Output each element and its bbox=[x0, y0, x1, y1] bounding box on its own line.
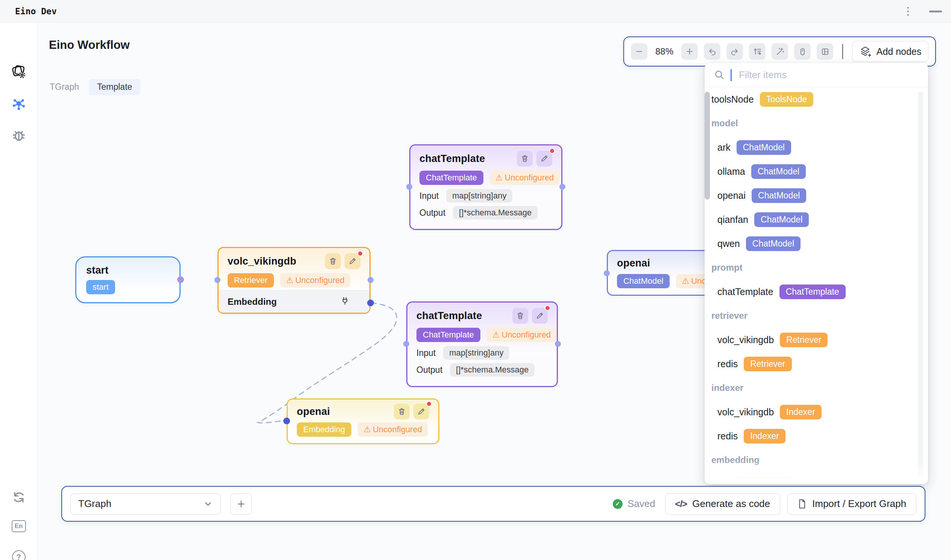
port-start-out[interactable] bbox=[177, 276, 184, 283]
left-sidebar: En ? bbox=[0, 23, 38, 560]
page-title: Eino Workflow bbox=[49, 38, 130, 52]
node-chattemplate-top[interactable]: chatTemplate ChatTemplate ⚠Unconfigured … bbox=[409, 144, 562, 230]
delete-node-button[interactable] bbox=[325, 253, 341, 269]
zoom-out-button[interactable] bbox=[631, 43, 647, 60]
list-item-ark-embedding[interactable]: ark Embedding bbox=[705, 472, 928, 484]
embedding-slot-label: Embedding bbox=[228, 297, 277, 307]
edit-node-button[interactable] bbox=[536, 151, 552, 166]
help-icon[interactable]: ? bbox=[12, 550, 26, 560]
unconfigured-dot bbox=[545, 305, 550, 311]
section-header-indexer: indexer bbox=[705, 376, 928, 400]
node-title: start bbox=[86, 265, 109, 276]
list-item-openai-chatmodel[interactable]: openai ChatModel bbox=[705, 183, 928, 208]
filter-input[interactable]: Filter items bbox=[705, 63, 928, 87]
port-chattemplate-top-out[interactable] bbox=[559, 184, 565, 190]
refresh-icon[interactable] bbox=[11, 490, 26, 505]
output-type-pill: []*schema.Message bbox=[453, 206, 537, 220]
language-icon[interactable]: En bbox=[12, 520, 26, 532]
node-openai-embedding[interactable]: openai Embedding ⚠Unconfigured bbox=[287, 398, 439, 444]
add-graph-button[interactable] bbox=[231, 494, 252, 514]
embedding-slot-row[interactable]: Embedding bbox=[219, 290, 369, 313]
zoom-level: 88% bbox=[653, 46, 675, 57]
plus-icon bbox=[236, 499, 246, 509]
port-chattemplate-middle-in[interactable] bbox=[403, 341, 409, 347]
add-nodes-label: Add nodes bbox=[877, 46, 922, 57]
saved-check-icon: ✓ bbox=[613, 499, 622, 509]
magic-wand-button[interactable] bbox=[772, 43, 788, 60]
breadcrumb-graph-name: TGraph bbox=[49, 82, 79, 92]
tab-template[interactable]: Template bbox=[89, 79, 140, 95]
list-item-toolsnode[interactable]: toolsNode ToolsNode bbox=[705, 87, 928, 111]
list-item-volc-vikingdb-indexer[interactable]: volc_vikingdb Indexer bbox=[705, 400, 928, 424]
node-start[interactable]: start start bbox=[75, 256, 181, 303]
add-nodes-button[interactable]: Add nodes bbox=[852, 41, 928, 62]
layers-plus-icon bbox=[859, 46, 871, 57]
node-title: openai bbox=[297, 406, 330, 418]
list-item-ollama-chatmodel[interactable]: ollama ChatModel bbox=[705, 159, 928, 183]
edit-node-button[interactable] bbox=[414, 404, 429, 420]
list-item-qwen-chatmodel[interactable]: qwen ChatModel bbox=[705, 232, 928, 255]
debug-bug-icon[interactable] bbox=[11, 127, 27, 143]
section-header-embedding: embedding bbox=[705, 448, 928, 472]
generate-as-code-button[interactable]: </> Generate as code bbox=[665, 493, 780, 515]
panel-scrollbar-thumb[interactable] bbox=[705, 92, 710, 200]
save-status: ✓ Saved bbox=[613, 498, 655, 510]
window-minimize-icon[interactable] bbox=[929, 11, 942, 12]
chattemplate-type-badge: ChatTemplate bbox=[417, 328, 480, 342]
mouse-mode-button[interactable] bbox=[794, 43, 811, 60]
graph-select[interactable]: TGraph bbox=[70, 494, 221, 514]
delete-node-button[interactable] bbox=[513, 308, 528, 324]
section-header-prompt: prompt bbox=[705, 255, 928, 280]
port-openai-chatmodel-in[interactable] bbox=[604, 270, 610, 276]
node-title: volc_vikingdb bbox=[228, 255, 296, 267]
toolbar-divider bbox=[842, 44, 843, 59]
language-label: En bbox=[15, 522, 23, 530]
file-icon bbox=[797, 499, 807, 509]
zoom-in-button[interactable] bbox=[681, 43, 698, 60]
warning-icon: ⚠ bbox=[492, 330, 500, 340]
list-item-qianfan-chatmodel[interactable]: qianfan ChatModel bbox=[705, 208, 928, 232]
delete-node-button[interactable] bbox=[394, 404, 410, 420]
saved-label: Saved bbox=[627, 498, 655, 510]
list-item-ark-chatmodel[interactable]: ark ChatModel bbox=[705, 135, 928, 159]
port-volc-out[interactable] bbox=[367, 277, 374, 283]
bottom-bar: TGraph ✓ Saved </> Generate as code Impo… bbox=[61, 486, 925, 522]
output-type-pill: []*schema.Message bbox=[450, 363, 534, 377]
port-volc-in[interactable] bbox=[215, 277, 221, 283]
unconfigured-dot bbox=[426, 401, 432, 407]
port-openai-embedding-in[interactable] bbox=[283, 418, 290, 424]
chevron-down-icon bbox=[203, 499, 213, 509]
canvas-toolbar: 88% Add nodes bbox=[623, 37, 936, 66]
eino-logo-icon[interactable] bbox=[10, 63, 28, 80]
unconfigured-badge: ⚠Unconfigured bbox=[490, 171, 560, 185]
delete-node-button[interactable] bbox=[517, 151, 533, 166]
list-item-chattemplate[interactable]: chatTemplate ChatTemplate bbox=[705, 280, 928, 304]
plug-icon bbox=[340, 296, 350, 308]
search-icon bbox=[714, 70, 724, 80]
window-menu-icon[interactable]: ⋮ bbox=[903, 6, 913, 17]
redo-button[interactable] bbox=[726, 43, 743, 60]
node-volc-vikingdb[interactable]: volc_vikingdb Retriever ⚠Unconfigured Em… bbox=[218, 247, 371, 314]
port-chattemplate-top-in[interactable] bbox=[406, 184, 412, 190]
node-chattemplate-middle[interactable]: chatTemplate ChatTemplate ⚠Unconfigured … bbox=[406, 302, 558, 387]
list-item-redis-retriever[interactable]: redis Retriever bbox=[705, 352, 928, 376]
edit-node-button[interactable] bbox=[344, 253, 360, 269]
import-export-graph-button[interactable]: Import / Export Graph bbox=[787, 493, 916, 515]
port-chattemplate-middle-out[interactable] bbox=[555, 341, 561, 347]
section-header-model: model bbox=[705, 111, 928, 135]
unconfigured-badge: ⚠Unconfigured bbox=[487, 328, 557, 342]
panel-scrollbar-track[interactable] bbox=[918, 92, 923, 480]
node-title: openai bbox=[617, 257, 650, 269]
app-title: Eino Dev bbox=[15, 6, 57, 16]
list-item-redis-indexer[interactable]: redis Indexer bbox=[705, 424, 928, 448]
edit-node-button[interactable] bbox=[532, 308, 548, 324]
minimap-button[interactable] bbox=[817, 43, 833, 60]
workflow-graph-icon[interactable] bbox=[11, 97, 27, 113]
unconfigured-badge: ⚠Unconfigured bbox=[358, 422, 428, 437]
chattemplate-type-badge: ChatTemplate bbox=[420, 171, 483, 185]
port-volc-embedding[interactable] bbox=[367, 300, 374, 306]
input-label: Input bbox=[417, 348, 435, 358]
undo-button[interactable] bbox=[704, 43, 720, 60]
auto-layout-button[interactable] bbox=[749, 43, 766, 60]
list-item-volc-vikingdb-retriever[interactable]: volc_vikingdb Retriever bbox=[705, 328, 928, 352]
